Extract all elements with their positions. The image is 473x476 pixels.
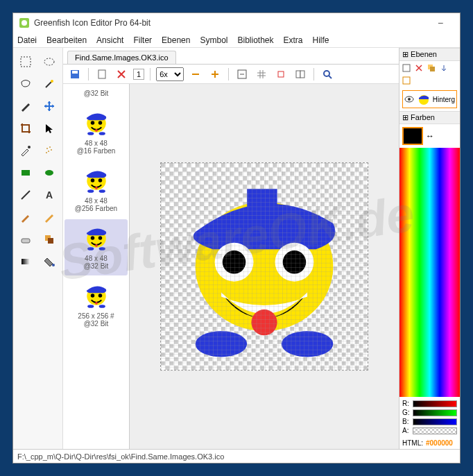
delete-icon[interactable] — [114, 67, 129, 82]
wand-icon[interactable] — [40, 74, 59, 94]
eyedropper-icon[interactable] — [16, 141, 35, 160]
html-color-value[interactable]: #000000 — [426, 439, 453, 447]
slider-b[interactable] — [413, 418, 457, 425]
layer-toolbar — [399, 61, 460, 87]
ellipse-shape-icon[interactable] — [40, 163, 59, 182]
slider-label-r: R: — [402, 400, 411, 407]
zoom-out-icon[interactable] — [188, 67, 203, 82]
svg-point-12 — [45, 170, 53, 176]
grid-icon[interactable] — [254, 67, 269, 82]
svg-point-8 — [51, 149, 52, 151]
save-icon[interactable] — [67, 67, 83, 82]
frame-item[interactable]: 48 x 48@16 Farben — [64, 104, 128, 160]
document-tab[interactable]: Find.Same.Images.OK3.ico — [67, 51, 176, 64]
foreground-color-swatch[interactable] — [402, 127, 423, 145]
svg-point-41 — [95, 187, 98, 189]
minimize-button[interactable]: − — [427, 17, 454, 28]
svg-rect-11 — [22, 170, 30, 176]
menu-datei[interactable]: Datei — [17, 35, 37, 45]
fill-icon[interactable] — [40, 252, 59, 271]
svg-rect-17 — [48, 238, 53, 244]
colors-panel-header[interactable]: ⊞ Farben — [399, 111, 460, 124]
frame-list[interactable]: @32 Bit48 x 48@16 Farben48 x 48@256 Farb… — [63, 84, 130, 449]
frame-item[interactable]: 48 x 48@32 Bit — [64, 219, 128, 275]
layer-row[interactable]: Hinterg — [402, 90, 457, 108]
fit-icon[interactable] — [234, 67, 250, 82]
eye-icon[interactable] — [404, 96, 414, 103]
pixel-canvas[interactable] — [160, 162, 368, 371]
svg-point-68 — [196, 331, 248, 357]
svg-point-9 — [48, 151, 49, 152]
swap-colors-icon[interactable]: ↔ — [426, 131, 434, 141]
svg-point-37 — [98, 132, 105, 135]
menu-hilfe[interactable]: Hilfe — [313, 35, 329, 45]
svg-point-36 — [87, 132, 94, 135]
move-icon[interactable] — [40, 96, 59, 116]
frame-item[interactable]: 48 x 48@256 Farben — [64, 162, 128, 218]
brush-icon[interactable] — [16, 207, 35, 227]
pointer-icon[interactable] — [40, 119, 59, 138]
rect-shape-icon[interactable] — [16, 163, 35, 182]
pencil-icon[interactable] — [40, 207, 59, 227]
svg-point-46 — [98, 236, 102, 240]
menubar: Datei Bearbeiten Ansicht Filter Ebenen S… — [13, 33, 460, 48]
layer-merge-icon[interactable] — [438, 62, 449, 74]
eraser-icon[interactable] — [16, 230, 35, 249]
svg-rect-28 — [296, 71, 300, 78]
svg-point-47 — [95, 244, 98, 247]
menu-symbol[interactable]: Symbol — [200, 35, 227, 45]
layer-new-icon[interactable] — [401, 62, 412, 74]
menu-bibliothek[interactable]: Bibliothek — [237, 35, 273, 45]
lasso-icon[interactable] — [16, 74, 35, 94]
menu-bearbeiten[interactable]: Bearbeiten — [46, 35, 87, 45]
line-icon[interactable] — [16, 185, 35, 205]
svg-text:A: A — [46, 189, 53, 201]
layers-panel-header[interactable]: ⊞ Ebenen — [399, 48, 460, 61]
center-icon[interactable] — [273, 67, 289, 82]
svg-rect-21 — [72, 71, 78, 74]
frame-item[interactable]: 256 x 256 #@32 Bit — [64, 277, 128, 333]
clone-icon[interactable] — [40, 230, 59, 249]
svg-point-49 — [98, 247, 105, 250]
ellipse-select-icon[interactable] — [40, 52, 59, 71]
spray-icon[interactable] — [40, 141, 59, 160]
layer-thumb — [417, 92, 430, 106]
svg-rect-22 — [98, 70, 105, 78]
slider-a[interactable] — [413, 427, 457, 434]
crop-icon[interactable] — [16, 119, 35, 138]
layer-dup-icon[interactable] — [426, 62, 437, 74]
gradient-icon[interactable] — [16, 252, 35, 271]
page-number[interactable]: 1 — [133, 69, 144, 80]
menu-extra[interactable]: Extra — [284, 35, 303, 45]
rect-select-icon[interactable] — [16, 52, 35, 71]
zoom-in-icon[interactable] — [207, 67, 223, 82]
color-picker[interactable] — [399, 148, 460, 397]
svg-point-54 — [87, 305, 94, 308]
new-page-icon[interactable] — [94, 67, 110, 82]
app-icon — [19, 17, 30, 28]
layer-props-icon[interactable] — [401, 75, 412, 86]
svg-point-6 — [46, 148, 48, 149]
svg-point-40 — [98, 178, 102, 182]
magnify-icon[interactable] — [320, 67, 335, 82]
menu-ansicht[interactable]: Ansicht — [96, 35, 123, 45]
svg-point-39 — [90, 178, 94, 182]
layer-delete-icon[interactable] — [413, 62, 424, 74]
svg-rect-73 — [430, 67, 435, 71]
html-color-row: HTML: #000000 — [399, 437, 460, 449]
zoom-select[interactable]: 1x2x4x6x8x12x16x — [156, 67, 184, 81]
frame-item[interactable]: @32 Bit — [64, 87, 128, 103]
slider-r[interactable] — [413, 400, 457, 407]
svg-point-33 — [90, 121, 94, 125]
menu-filter[interactable]: Filter — [133, 35, 152, 45]
svg-point-66 — [283, 250, 307, 274]
pages-icon[interactable] — [293, 67, 308, 82]
text-icon[interactable]: A — [40, 185, 59, 205]
svg-point-19 — [52, 264, 55, 266]
svg-point-1 — [22, 20, 27, 26]
statusbar: F:\_cpp_m\Q-Dir\Q-Dir\res\fsi_ok\Find.Sa… — [13, 449, 460, 463]
slider-g[interactable] — [413, 409, 457, 416]
html-label: HTML: — [402, 439, 423, 447]
pencil-select-icon[interactable] — [16, 96, 35, 116]
menu-ebenen[interactable]: Ebenen — [162, 35, 190, 45]
